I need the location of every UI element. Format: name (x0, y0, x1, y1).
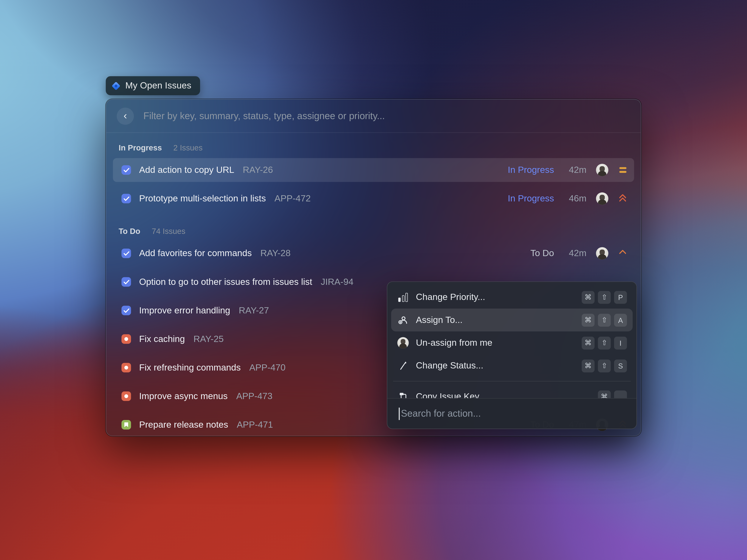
checkbox-done-icon (122, 306, 131, 315)
action-menu: Change Priority... ⌘ ⇧ P Assign To... (387, 282, 637, 429)
section-title: To Do (119, 226, 140, 236)
copy-icon (397, 392, 409, 398)
issue-row[interactable]: Add favorites for commands RAY-28 To Do … (113, 241, 634, 265)
section-title: In Progress (119, 143, 162, 152)
letter-key: I (614, 337, 627, 349)
section-count: 74 Issues (152, 226, 185, 236)
letter-key: P (614, 291, 627, 303)
desktop: My Open Issues ‹ Filter by key, summary,… (0, 0, 747, 560)
shift-key: ⇧ (598, 314, 611, 326)
issue-title: Option to go to other issues from issues… (139, 277, 312, 287)
issue-key: RAY-26 (243, 165, 273, 175)
filter-bar: ‹ Filter by key, summary, status, type, … (106, 100, 641, 133)
cmd-key: ⌘ (582, 359, 595, 372)
issue-key: APP-470 (249, 362, 286, 373)
priority-chart-icon (397, 292, 409, 302)
issue-title: Improve async menus (139, 391, 228, 401)
status-badge: To Do (531, 248, 554, 259)
menu-item-change-status[interactable]: Change Status... ⌘ ⇧ S (391, 354, 633, 377)
menu-item-label: Copy Issue Key (416, 392, 479, 398)
menu-item-change-priority[interactable]: Change Priority... ⌘ ⇧ P (391, 286, 633, 309)
status-badge: In Progress (508, 165, 554, 175)
issue-key: RAY-27 (239, 305, 269, 316)
issue-title: Fix refreshing commands (139, 362, 241, 373)
issue-key: APP-473 (236, 391, 273, 401)
issue-title: Add favorites for commands (139, 248, 252, 259)
cmd-key: ⌘ (598, 390, 611, 398)
assignee-avatar (596, 192, 608, 205)
section-header-to-do: To Do 74 Issues (113, 215, 634, 241)
cmd-key: ⌘ (582, 314, 595, 326)
shift-key: ⇧ (598, 337, 611, 349)
cmd-key: ⌘ (582, 291, 595, 303)
issue-key: RAY-25 (194, 334, 224, 344)
checkbox-done-icon (122, 194, 131, 203)
bookmark-icon (122, 420, 131, 429)
command-tag[interactable]: My Open Issues (106, 76, 200, 95)
section-count: 2 Issues (173, 143, 203, 152)
chevron-left-icon: ‹ (124, 110, 127, 121)
assign-person-icon (397, 315, 409, 325)
issue-key: JIRA-94 (321, 277, 354, 287)
updated-time: 46m (562, 193, 587, 204)
command-tag-label: My Open Issues (125, 80, 191, 91)
back-button[interactable]: ‹ (117, 107, 134, 125)
cmd-key: ⌘ (582, 337, 595, 349)
menu-item-label: Un-assign from me (416, 338, 492, 348)
menu-item-copy-issue-key[interactable]: Copy Issue Key ⌘ (391, 385, 633, 398)
issue-title: Fix caching (139, 334, 185, 344)
checkbox-done-icon (122, 249, 131, 258)
status-badge: In Progress (508, 193, 554, 204)
menu-item-label: Change Status... (416, 361, 483, 371)
action-menu-list: Change Priority... ⌘ ⇧ P Assign To... (387, 282, 637, 398)
shift-key: ⇧ (598, 291, 611, 303)
assignee-avatar (596, 164, 608, 176)
issue-title: Improve error handling (139, 305, 230, 316)
checkbox-done-icon (122, 165, 131, 175)
assignee-avatar (596, 247, 608, 260)
action-search-bar[interactable]: Search for action... (387, 398, 637, 429)
issue-key: APP-471 (237, 420, 273, 430)
jira-diamond-icon (111, 81, 121, 90)
filter-input[interactable]: Filter by key, summary, status, type, as… (144, 110, 385, 122)
clipped-key (614, 390, 627, 398)
menu-item-label: Change Priority... (416, 292, 485, 302)
issue-title: Add action to copy URL (139, 165, 234, 175)
updated-time: 42m (562, 165, 587, 175)
letter-key: S (614, 359, 627, 372)
section-header-in-progress: In Progress 2 Issues (113, 139, 634, 158)
shift-key: ⇧ (598, 359, 611, 372)
todo-dot-icon (122, 392, 131, 401)
checkbox-done-icon (122, 277, 131, 287)
issue-key: RAY-28 (260, 248, 290, 259)
menu-item-assign-to[interactable]: Assign To... ⌘ ⇧ A (391, 309, 633, 331)
updated-time: 42m (562, 248, 587, 259)
menu-item-unassign[interactable]: Un-assign from me ⌘ ⇧ I (391, 331, 633, 354)
issue-key: APP-472 (275, 193, 311, 204)
text-cursor (399, 407, 400, 420)
letter-key: A (614, 314, 627, 326)
todo-dot-icon (122, 363, 131, 372)
pencil-icon (397, 361, 409, 371)
user-avatar-icon (397, 337, 409, 348)
todo-dot-icon (122, 334, 131, 344)
issue-row[interactable]: Prototype multi-selection in lists APP-4… (113, 187, 634, 211)
issue-row[interactable]: Add action to copy URL RAY-26 In Progres… (113, 158, 634, 182)
issue-title: Prepare release notes (139, 420, 228, 430)
priority-medium-icon (617, 167, 628, 173)
priority-highest-icon (617, 193, 628, 204)
action-search-input[interactable]: Search for action... (401, 408, 481, 419)
menu-divider (393, 381, 631, 381)
menu-item-label: Assign To... (416, 315, 463, 325)
issue-title: Prototype multi-selection in lists (139, 193, 266, 204)
priority-high-icon (617, 250, 628, 257)
